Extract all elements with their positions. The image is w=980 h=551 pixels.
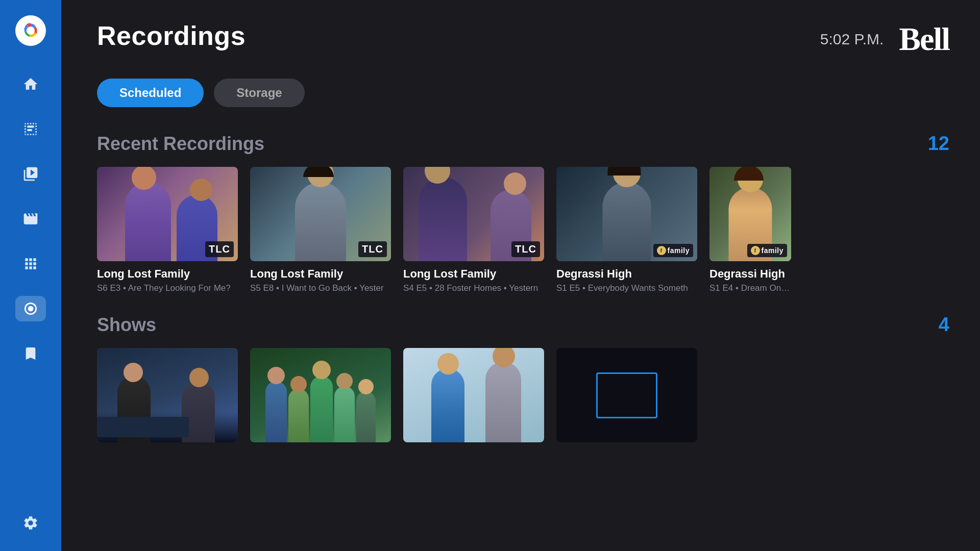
main-content: Recordings 5:02 P.M. Bell Scheduled Stor… [61,0,980,551]
page-title: Recordings [97,20,246,51]
card-title-1: Long Lost Family [97,267,238,281]
card-title-5: Degrassi High [709,267,791,281]
tab-scheduled[interactable]: Scheduled [97,79,204,107]
tab-bar: Scheduled Storage [97,79,949,107]
recordings-icon [22,300,39,317]
svg-rect-2 [27,126,34,128]
channel-name-family-1: family [668,246,690,255]
channel-name-tlc-2: TLC [362,243,383,255]
family-circle-2: f [751,246,760,255]
channel-name-family-2: family [762,246,783,255]
recent-recordings-row: TLC Long Lost Family S6 E3 • Are They Lo… [97,167,949,293]
app-logo[interactable] [15,15,46,46]
show-card-3[interactable] [403,348,544,448]
header-right: 5:02 P.M. Bell [820,20,949,58]
channel-badge-tlc-2: TLC [358,241,387,257]
movies-icon [22,211,39,227]
shows-title: Shows [97,314,156,336]
sidebar [0,0,61,551]
recent-recordings-title: Recent Recordings [97,133,264,155]
settings-icon [22,515,39,531]
library-icon [22,166,39,182]
shows-row [97,348,949,448]
sidebar-item-movies[interactable] [15,206,46,232]
sidebar-item-settings[interactable] [15,510,46,536]
card-subtitle-1: S6 E3 • Are They Looking For Me? [97,283,238,293]
card-subtitle-4: S1 E5 • Everybody Wants Someth [556,283,697,293]
shows-section: Shows 4 [97,314,949,448]
time-display: 5:02 P.M. [820,31,884,48]
sidebar-item-home[interactable] [15,71,46,97]
family-circle-1: f [657,246,666,255]
recent-recordings-count: 12 [928,133,949,155]
card-thumb-3: TLC [403,167,544,261]
card-title-2: Long Lost Family [250,267,391,281]
google-tv-icon [18,18,43,43]
card-thumb-4: f family [556,167,697,261]
show-thumb-2 [250,348,391,442]
card-subtitle-2: S5 E8 • I Want to Go Back • Yester [250,283,391,293]
sidebar-item-library[interactable] [15,161,46,187]
shows-header: Shows 4 [97,314,949,336]
card-thumb-5: f family [709,167,791,261]
header: Recordings 5:02 P.M. Bell [97,20,949,58]
card-thumb-2: TLC [250,167,391,261]
apps-icon [22,256,39,272]
shows-count: 4 [939,314,949,336]
card-subtitle-3: S4 E5 • 28 Foster Homes • Yestern [403,283,544,293]
show-thumb-1 [97,348,238,442]
svg-point-5 [28,306,34,312]
recording-card-2[interactable]: TLC Long Lost Family S5 E8 • I Want to G… [250,167,391,293]
channel-name-tlc-3: TLC [515,243,536,255]
card-title-4: Degrassi High [556,267,697,281]
recording-card-3[interactable]: TLC Long Lost Family S4 E5 • 28 Foster H… [403,167,544,293]
channel-badge-family-2: f family [747,244,787,257]
channel-badge-tlc: TLC [205,241,234,257]
channel-badge-family-1: f family [653,244,693,257]
show-card-4[interactable] [556,348,697,448]
sidebar-item-apps[interactable] [15,251,46,277]
show-card-2[interactable] [250,348,391,448]
show4-blue-rectangle [596,372,657,418]
card-thumb-1: TLC [97,167,238,261]
show-thumb-4 [556,348,697,442]
sidebar-item-guide[interactable] [15,116,46,142]
recording-card-1[interactable]: TLC Long Lost Family S6 E3 • Are They Lo… [97,167,238,293]
recording-card-4[interactable]: f family Degrassi High S1 E5 • Everybody… [556,167,697,293]
sidebar-item-recordings[interactable] [15,296,46,321]
card-subtitle-5: S1 E4 • Dream On • Ye [709,283,791,293]
channel-badge-tlc-3: TLC [511,241,540,257]
bell-brand-logo: Bell [899,20,949,58]
show-card-1[interactable] [97,348,238,448]
home-icon [22,76,39,92]
svg-rect-3 [27,129,32,131]
card-title-3: Long Lost Family [403,267,544,281]
guide-icon [22,121,39,137]
show-thumb-3 [403,348,544,442]
channel-name-tlc: TLC [209,243,230,255]
recent-recordings-section: Recent Recordings 12 [97,133,949,293]
svg-point-1 [27,27,35,35]
sidebar-bottom [15,510,46,536]
sidebar-item-bookmarks[interactable] [15,341,46,366]
recording-card-5[interactable]: f family Degrassi High S1 E4 • Dream On … [709,167,801,293]
recent-recordings-header: Recent Recordings 12 [97,133,949,155]
tab-storage[interactable]: Storage [214,79,304,107]
sidebar-nav [15,71,46,510]
bookmarks-icon [22,345,39,362]
